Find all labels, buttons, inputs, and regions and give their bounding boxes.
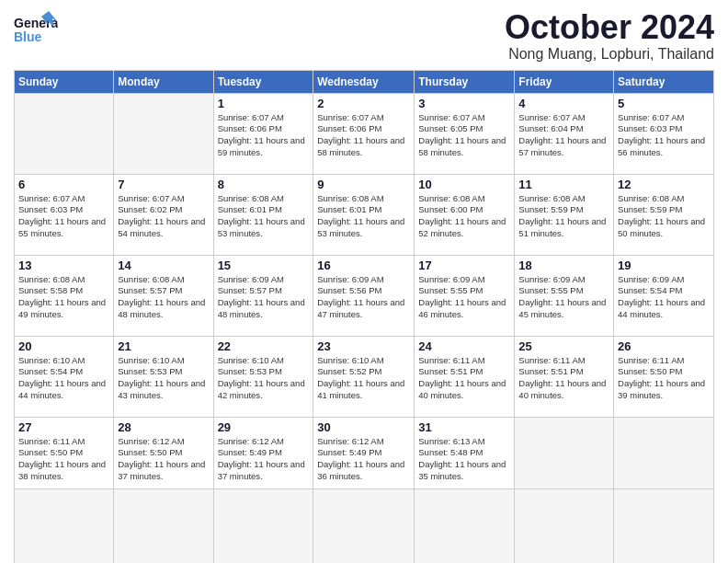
day-number: 26 [618, 339, 710, 353]
table-row: 1Sunrise: 6:07 AM Sunset: 6:06 PM Daylig… [213, 93, 313, 174]
table-row [313, 488, 415, 563]
weekday-header-row: Sunday Monday Tuesday Wednesday Thursday… [15, 70, 714, 93]
day-number: 10 [418, 178, 510, 191]
day-info: Sunrise: 6:08 AM Sunset: 5:59 PM Dayligh… [618, 193, 710, 240]
table-row: 12Sunrise: 6:08 AM Sunset: 5:59 PM Dayli… [614, 174, 714, 255]
day-number: 27 [18, 420, 109, 434]
day-number: 14 [118, 259, 209, 272]
day-number: 4 [518, 97, 609, 110]
table-row: 17Sunrise: 6:09 AM Sunset: 5:55 PM Dayli… [415, 255, 515, 336]
table-row: 14Sunrise: 6:08 AM Sunset: 5:57 PM Dayli… [114, 255, 213, 336]
day-info: Sunrise: 6:08 AM Sunset: 5:59 PM Dayligh… [518, 193, 609, 240]
day-info: Sunrise: 6:08 AM Sunset: 5:58 PM Dayligh… [18, 274, 109, 321]
day-info: Sunrise: 6:09 AM Sunset: 5:56 PM Dayligh… [317, 274, 410, 321]
header-sunday: Sunday [15, 70, 114, 93]
day-info: Sunrise: 6:12 AM Sunset: 5:49 PM Dayligh… [317, 436, 410, 483]
day-number: 9 [317, 178, 410, 191]
table-row: 24Sunrise: 6:11 AM Sunset: 5:51 PM Dayli… [415, 336, 515, 417]
day-info: Sunrise: 6:08 AM Sunset: 6:00 PM Dayligh… [418, 193, 510, 240]
day-number: 12 [618, 178, 710, 191]
table-row: 13Sunrise: 6:08 AM Sunset: 5:58 PM Dayli… [15, 255, 114, 336]
day-number: 31 [418, 420, 510, 434]
table-row: 27Sunrise: 6:11 AM Sunset: 5:50 PM Dayli… [15, 417, 114, 488]
header-thursday: Thursday [415, 70, 515, 93]
day-info: Sunrise: 6:11 AM Sunset: 5:51 PM Dayligh… [518, 355, 609, 402]
day-number: 17 [418, 259, 510, 272]
day-number: 5 [618, 97, 710, 110]
table-row: 30Sunrise: 6:12 AM Sunset: 5:49 PM Dayli… [313, 417, 415, 488]
day-info: Sunrise: 6:12 AM Sunset: 5:50 PM Dayligh… [118, 436, 209, 483]
day-info: Sunrise: 6:07 AM Sunset: 6:04 PM Dayligh… [518, 112, 609, 159]
table-row: 7Sunrise: 6:07 AM Sunset: 6:02 PM Daylig… [114, 174, 213, 255]
day-info: Sunrise: 6:11 AM Sunset: 5:51 PM Dayligh… [418, 355, 510, 402]
day-number: 6 [18, 178, 109, 191]
calendar-table: Sunday Monday Tuesday Wednesday Thursday… [14, 70, 714, 563]
table-row [213, 488, 313, 563]
table-row [614, 488, 714, 563]
header-area: General Blue October 2024 Nong Muang, Lo… [14, 9, 714, 63]
day-number: 13 [18, 259, 109, 272]
table-row [15, 93, 114, 174]
day-info: Sunrise: 6:10 AM Sunset: 5:54 PM Dayligh… [18, 355, 109, 402]
table-row: 8Sunrise: 6:08 AM Sunset: 6:01 PM Daylig… [213, 174, 313, 255]
table-row [415, 488, 515, 563]
day-info: Sunrise: 6:10 AM Sunset: 5:53 PM Dayligh… [118, 355, 209, 402]
day-info: Sunrise: 6:09 AM Sunset: 5:54 PM Dayligh… [618, 274, 710, 321]
day-number: 7 [118, 178, 209, 191]
day-info: Sunrise: 6:07 AM Sunset: 6:06 PM Dayligh… [317, 112, 410, 159]
day-info: Sunrise: 6:13 AM Sunset: 5:48 PM Dayligh… [418, 436, 510, 483]
table-row: 23Sunrise: 6:10 AM Sunset: 5:52 PM Dayli… [313, 336, 415, 417]
table-row: 5Sunrise: 6:07 AM Sunset: 6:03 PM Daylig… [614, 93, 714, 174]
day-number: 25 [518, 339, 609, 353]
header-saturday: Saturday [614, 70, 714, 93]
table-row: 16Sunrise: 6:09 AM Sunset: 5:56 PM Dayli… [313, 255, 415, 336]
day-info: Sunrise: 6:07 AM Sunset: 6:05 PM Dayligh… [418, 112, 510, 159]
day-info: Sunrise: 6:09 AM Sunset: 5:57 PM Dayligh… [218, 274, 310, 321]
location-title: Nong Muang, Lopburi, Thailand [505, 46, 714, 63]
day-info: Sunrise: 6:08 AM Sunset: 5:57 PM Dayligh… [118, 274, 209, 321]
table-row: 25Sunrise: 6:11 AM Sunset: 5:51 PM Dayli… [515, 336, 614, 417]
day-number: 19 [618, 259, 710, 272]
table-row: 26Sunrise: 6:11 AM Sunset: 5:50 PM Dayli… [614, 336, 714, 417]
table-row: 4Sunrise: 6:07 AM Sunset: 6:04 PM Daylig… [515, 93, 614, 174]
day-info: Sunrise: 6:11 AM Sunset: 5:50 PM Dayligh… [18, 436, 109, 483]
table-row [114, 93, 213, 174]
day-number: 2 [317, 97, 410, 110]
day-number: 30 [317, 420, 410, 434]
table-row: 18Sunrise: 6:09 AM Sunset: 5:55 PM Dayli… [515, 255, 614, 336]
table-row: 29Sunrise: 6:12 AM Sunset: 5:49 PM Dayli… [213, 417, 313, 488]
day-info: Sunrise: 6:08 AM Sunset: 6:01 PM Dayligh… [317, 193, 410, 240]
table-row [114, 488, 213, 563]
day-info: Sunrise: 6:10 AM Sunset: 5:52 PM Dayligh… [317, 355, 410, 402]
table-row: 22Sunrise: 6:10 AM Sunset: 5:53 PM Dayli… [213, 336, 313, 417]
table-row: 20Sunrise: 6:10 AM Sunset: 5:54 PM Dayli… [15, 336, 114, 417]
day-number: 8 [218, 178, 310, 191]
table-row [515, 488, 614, 563]
title-area: October 2024 Nong Muang, Lopburi, Thaila… [505, 9, 714, 63]
day-number: 20 [18, 339, 109, 353]
table-row: 28Sunrise: 6:12 AM Sunset: 5:50 PM Dayli… [114, 417, 213, 488]
table-row: 21Sunrise: 6:10 AM Sunset: 5:53 PM Dayli… [114, 336, 213, 417]
table-row [614, 417, 714, 488]
day-number: 11 [518, 178, 609, 191]
table-row: 10Sunrise: 6:08 AM Sunset: 6:00 PM Dayli… [415, 174, 515, 255]
day-number: 24 [418, 339, 510, 353]
month-title: October 2024 [505, 9, 714, 46]
day-info: Sunrise: 6:11 AM Sunset: 5:50 PM Dayligh… [618, 355, 710, 402]
day-number: 1 [218, 97, 310, 110]
day-info: Sunrise: 6:07 AM Sunset: 6:06 PM Dayligh… [218, 112, 310, 159]
day-info: Sunrise: 6:10 AM Sunset: 5:53 PM Dayligh… [218, 355, 310, 402]
day-info: Sunrise: 6:09 AM Sunset: 5:55 PM Dayligh… [518, 274, 609, 321]
header-tuesday: Tuesday [213, 70, 313, 93]
day-number: 21 [118, 339, 209, 353]
table-row [15, 488, 114, 563]
table-row: 9Sunrise: 6:08 AM Sunset: 6:01 PM Daylig… [313, 174, 415, 255]
logo-icon: General Blue [14, 9, 58, 48]
day-number: 29 [218, 420, 310, 434]
table-row: 3Sunrise: 6:07 AM Sunset: 6:05 PM Daylig… [415, 93, 515, 174]
day-info: Sunrise: 6:09 AM Sunset: 5:55 PM Dayligh… [418, 274, 510, 321]
table-row: 31Sunrise: 6:13 AM Sunset: 5:48 PM Dayli… [415, 417, 515, 488]
day-info: Sunrise: 6:07 AM Sunset: 6:03 PM Dayligh… [618, 112, 710, 159]
table-row: 2Sunrise: 6:07 AM Sunset: 6:06 PM Daylig… [313, 93, 415, 174]
header-wednesday: Wednesday [313, 70, 415, 93]
